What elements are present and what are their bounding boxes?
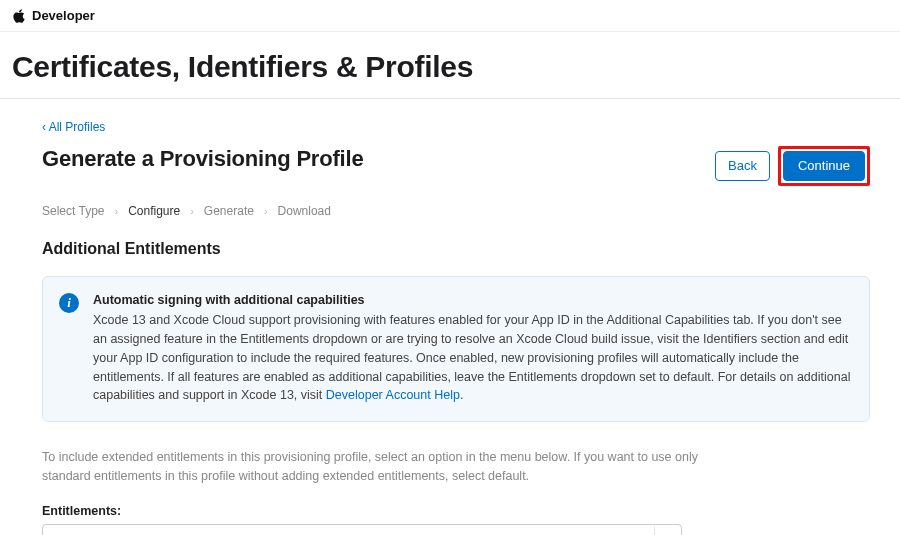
chevron-right-icon: ›	[190, 205, 194, 217]
chevron-right-icon: ›	[264, 205, 268, 217]
back-button[interactable]: Back	[715, 151, 770, 181]
header-row: Generate a Provisioning Profile Back Con…	[42, 146, 870, 186]
action-buttons: Back Continue	[715, 146, 870, 186]
section-title: Additional Entitlements	[42, 240, 870, 258]
chevron-right-icon: ›	[114, 205, 118, 217]
entitlements-label: Entitlements:	[42, 504, 870, 518]
step-configure[interactable]: Configure	[128, 204, 180, 218]
all-profiles-link[interactable]: ‹ All Profiles	[42, 120, 105, 134]
entitlements-select[interactable]: Default	[42, 524, 682, 535]
top-nav: Developer	[0, 0, 900, 32]
page-title-bar: Certificates, Identifiers & Profiles	[0, 32, 900, 99]
wizard-steps: Select Type › Configure › Generate › Dow…	[42, 204, 870, 218]
developer-help-link[interactable]: Developer Account Help	[326, 388, 460, 402]
helper-text: To include extended entitlements in this…	[42, 448, 702, 486]
info-title: Automatic signing with additional capabi…	[93, 291, 853, 310]
continue-highlight: Continue	[778, 146, 870, 186]
info-text-1: Xcode 13 and Xcode Cloud support provisi…	[93, 313, 850, 402]
info-body: Automatic signing with additional capabi…	[93, 291, 853, 406]
continue-button[interactable]: Continue	[783, 151, 865, 181]
entitlements-select-wrap: Default	[42, 524, 682, 535]
subpage-title: Generate a Provisioning Profile	[42, 146, 363, 172]
info-text-2: .	[460, 388, 463, 402]
step-download: Download	[278, 204, 331, 218]
info-box: i Automatic signing with additional capa…	[42, 276, 870, 423]
step-generate: Generate	[204, 204, 254, 218]
apple-logo-icon[interactable]	[12, 9, 26, 23]
page-title: Certificates, Identifiers & Profiles	[12, 50, 888, 84]
content-area: ‹ All Profiles Generate a Provisioning P…	[0, 99, 900, 535]
info-icon: i	[59, 293, 79, 313]
step-select-type[interactable]: Select Type	[42, 204, 104, 218]
brand-label[interactable]: Developer	[32, 8, 95, 23]
